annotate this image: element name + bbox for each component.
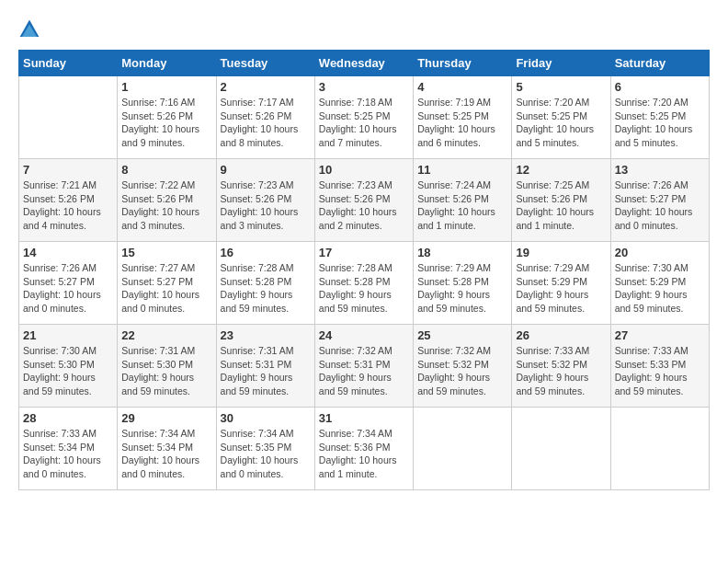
cell-info: Sunrise: 7:33 AM: [516, 344, 606, 358]
day-number: 26: [516, 328, 606, 342]
day-number: 15: [121, 246, 211, 259]
cell-info: Daylight: 9 hours and 59 minutes.: [23, 371, 113, 397]
cell-info: Sunset: 5:32 PM: [417, 358, 507, 372]
cell-info: Daylight: 9 hours and 59 minutes.: [516, 371, 606, 397]
calendar-cell: [512, 408, 610, 490]
cell-info: Daylight: 9 hours and 59 minutes.: [615, 371, 705, 397]
day-header-monday: Monday: [118, 51, 216, 76]
cell-info: Sunrise: 7:27 AM: [121, 261, 211, 275]
calendar-week-5: 28Sunrise: 7:33 AMSunset: 5:34 PMDayligh…: [19, 408, 710, 490]
cell-info: Sunrise: 7:16 AM: [121, 96, 211, 109]
cell-info: Sunrise: 7:23 AM: [319, 178, 409, 192]
day-number: 16: [221, 246, 311, 259]
day-number: 25: [417, 328, 507, 342]
cell-info: Sunset: 5:32 PM: [516, 358, 606, 372]
cell-info: Daylight: 10 hours and 0 minutes.: [221, 454, 311, 480]
cell-info: Sunset: 5:25 PM: [516, 109, 606, 123]
cell-info: Daylight: 9 hours and 59 minutes.: [121, 371, 211, 397]
cell-info: Daylight: 9 hours and 59 minutes.: [516, 288, 606, 315]
day-number: 18: [417, 246, 507, 259]
calendar-cell: 5Sunrise: 7:20 AMSunset: 5:25 PMDaylight…: [512, 76, 610, 159]
cell-info: Sunrise: 7:20 AM: [615, 96, 705, 109]
cell-info: Sunset: 5:26 PM: [319, 192, 409, 206]
day-number: 14: [23, 246, 113, 259]
calendar-cell: 19Sunrise: 7:29 AMSunset: 5:29 PMDayligh…: [512, 242, 610, 325]
cell-info: Daylight: 10 hours and 2 minutes.: [319, 205, 409, 232]
calendar-cell: [414, 408, 512, 490]
cell-info: Sunset: 5:33 PM: [615, 358, 705, 372]
cell-info: Daylight: 9 hours and 59 minutes.: [221, 371, 311, 397]
calendar-cell: 4Sunrise: 7:19 AMSunset: 5:25 PMDaylight…: [414, 76, 512, 159]
day-number: 19: [516, 246, 606, 259]
cell-info: Sunrise: 7:18 AM: [319, 96, 409, 109]
cell-info: Daylight: 10 hours and 5 minutes.: [615, 122, 705, 149]
logo: [18, 18, 44, 40]
cell-info: Sunrise: 7:31 AM: [221, 344, 311, 358]
cell-info: Daylight: 10 hours and 5 minutes.: [516, 122, 606, 149]
cell-info: Sunrise: 7:21 AM: [23, 178, 113, 192]
day-header-tuesday: Tuesday: [216, 51, 314, 76]
cell-info: Daylight: 9 hours and 59 minutes.: [319, 288, 409, 315]
cell-info: Sunset: 5:35 PM: [221, 441, 311, 454]
cell-info: Sunset: 5:34 PM: [23, 441, 113, 454]
day-header-saturday: Saturday: [610, 51, 709, 76]
cell-info: Sunrise: 7:31 AM: [121, 344, 211, 358]
calendar-cell: 14Sunrise: 7:26 AMSunset: 5:27 PMDayligh…: [19, 242, 118, 325]
cell-info: Sunrise: 7:32 AM: [319, 344, 409, 358]
calendar-cell: 3Sunrise: 7:18 AMSunset: 5:25 PMDaylight…: [314, 76, 413, 159]
cell-info: Sunrise: 7:26 AM: [615, 178, 705, 192]
cell-info: Sunrise: 7:25 AM: [516, 178, 606, 192]
cell-info: Sunrise: 7:32 AM: [417, 344, 507, 358]
cell-info: Sunset: 5:30 PM: [121, 358, 211, 372]
cell-info: Daylight: 9 hours and 59 minutes.: [221, 288, 311, 315]
calendar-cell: 30Sunrise: 7:34 AMSunset: 5:35 PMDayligh…: [216, 408, 314, 490]
calendar-body: 1Sunrise: 7:16 AMSunset: 5:26 PMDaylight…: [19, 76, 710, 490]
cell-info: Daylight: 10 hours and 0 minutes.: [23, 454, 113, 480]
calendar-cell: 9Sunrise: 7:23 AMSunset: 5:26 PMDaylight…: [216, 159, 314, 242]
day-number: 29: [121, 411, 211, 425]
cell-info: Sunrise: 7:28 AM: [319, 261, 409, 275]
cell-info: Sunset: 5:29 PM: [615, 275, 705, 289]
cell-info: Sunrise: 7:30 AM: [615, 261, 705, 275]
calendar-cell: 28Sunrise: 7:33 AMSunset: 5:34 PMDayligh…: [19, 408, 118, 490]
cell-info: Sunrise: 7:29 AM: [417, 261, 507, 275]
cell-info: Sunrise: 7:34 AM: [121, 427, 211, 441]
cell-info: Sunset: 5:30 PM: [23, 358, 113, 372]
calendar-week-4: 21Sunrise: 7:30 AMSunset: 5:30 PMDayligh…: [19, 325, 710, 408]
calendar-cell: 11Sunrise: 7:24 AMSunset: 5:26 PMDayligh…: [414, 159, 512, 242]
cell-info: Sunset: 5:28 PM: [417, 275, 507, 289]
cell-info: Sunset: 5:25 PM: [319, 109, 409, 123]
cell-info: Sunrise: 7:20 AM: [516, 96, 606, 109]
calendar-header: SundayMondayTuesdayWednesdayThursdayFrid…: [19, 51, 710, 76]
calendar-cell: 2Sunrise: 7:17 AMSunset: 5:26 PMDaylight…: [216, 76, 314, 159]
cell-info: Sunset: 5:34 PM: [121, 441, 211, 454]
cell-info: Daylight: 10 hours and 8 minutes.: [221, 122, 311, 149]
cell-info: Sunset: 5:26 PM: [516, 192, 606, 206]
calendar-cell: 7Sunrise: 7:21 AMSunset: 5:26 PMDaylight…: [19, 159, 118, 242]
cell-info: Sunset: 5:28 PM: [221, 275, 311, 289]
page-header: [18, 18, 710, 40]
cell-info: Sunset: 5:27 PM: [615, 192, 705, 206]
cell-info: Daylight: 10 hours and 9 minutes.: [121, 122, 211, 149]
cell-info: Sunset: 5:26 PM: [417, 192, 507, 206]
cell-info: Daylight: 10 hours and 4 minutes.: [23, 205, 113, 232]
cell-info: Daylight: 9 hours and 59 minutes.: [417, 288, 507, 315]
calendar-table: SundayMondayTuesdayWednesdayThursdayFrid…: [18, 50, 710, 490]
day-header-thursday: Thursday: [414, 51, 512, 76]
cell-info: Daylight: 10 hours and 3 minutes.: [221, 205, 311, 232]
calendar-cell: 13Sunrise: 7:26 AMSunset: 5:27 PMDayligh…: [610, 159, 709, 242]
cell-info: Daylight: 10 hours and 0 minutes.: [23, 288, 113, 315]
cell-info: Sunrise: 7:29 AM: [516, 261, 606, 275]
day-number: 11: [417, 163, 507, 177]
cell-info: Sunset: 5:25 PM: [615, 109, 705, 123]
cell-info: Daylight: 9 hours and 59 minutes.: [615, 288, 705, 315]
calendar-week-2: 7Sunrise: 7:21 AMSunset: 5:26 PMDaylight…: [19, 159, 710, 242]
cell-info: Sunrise: 7:33 AM: [615, 344, 705, 358]
day-number: 31: [319, 411, 409, 425]
day-number: 27: [615, 328, 705, 342]
calendar-cell: 23Sunrise: 7:31 AMSunset: 5:31 PMDayligh…: [216, 325, 314, 408]
day-number: 4: [417, 80, 507, 94]
cell-info: Sunrise: 7:19 AM: [417, 96, 507, 109]
cell-info: Sunset: 5:26 PM: [121, 192, 211, 206]
cell-info: Sunrise: 7:28 AM: [221, 261, 311, 275]
